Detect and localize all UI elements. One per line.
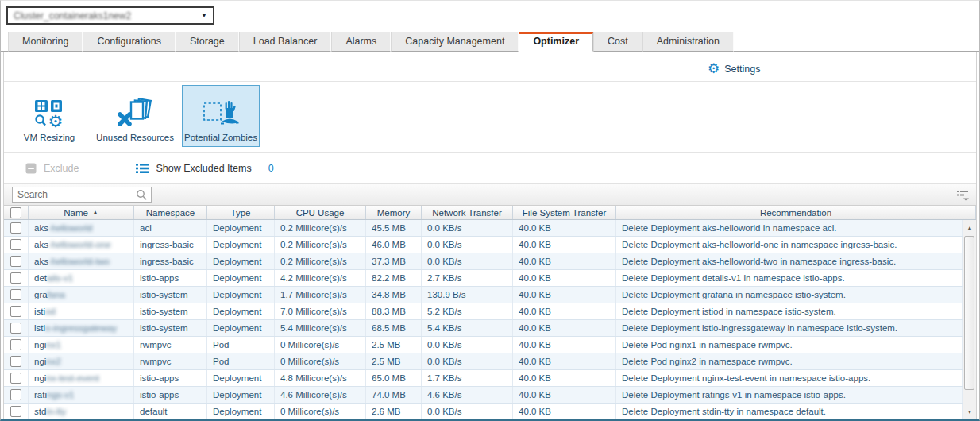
table-row[interactable]: nginx1rwmpvcPod0 Millicore(s)/s2.5 MB0.0… xyxy=(4,337,963,353)
exclude-button[interactable]: Exclude xyxy=(25,163,79,174)
cell-fs: 40.0 KB xyxy=(513,220,616,236)
cell-memory: 46.0 MB xyxy=(366,237,422,253)
table-row[interactable]: aks-helloworld-oneingress-basicDeploymen… xyxy=(4,237,963,253)
name-visible-text: ngi xyxy=(34,373,46,383)
cell-network: 0.0 KB/s xyxy=(422,237,513,253)
table-row[interactable]: nginx-test-eventistio-appsDeployment4.8 … xyxy=(4,370,963,387)
name-visible-text: ngi xyxy=(34,357,46,366)
row-checkbox[interactable] xyxy=(10,239,21,250)
tab-administration[interactable]: Administration xyxy=(642,32,734,52)
cell-cpu: 4.6 Millicore(s)/s xyxy=(275,387,366,403)
column-chooser-icon[interactable] xyxy=(956,190,970,202)
table-row[interactable]: aks-helloworld-twoingress-basicDeploymen… xyxy=(4,253,963,270)
view-button-unused-resources[interactable]: Unused Resources xyxy=(96,85,174,147)
cell-network: 0.0 KB/s xyxy=(422,353,513,369)
table-row[interactable]: nginx2rwmpvcPod0 Millicore(s)/s2.5 MB0.0… xyxy=(4,353,963,370)
column-header-file-system-transfer[interactable]: File System Transfer xyxy=(513,206,616,219)
cell-network: 0.0 KB/s xyxy=(422,253,513,269)
view-button-potential-zombies[interactable]: Potential Zombies xyxy=(182,85,260,147)
tab-load-balancer[interactable]: Load Balancer xyxy=(239,32,332,52)
cell-fs: 40.0 KB xyxy=(513,404,616,419)
cell-namespace: ingress-basic xyxy=(134,237,207,253)
show-excluded-items-button[interactable]: Show Excluded Items 0 xyxy=(136,163,273,174)
row-checkbox[interactable] xyxy=(10,289,21,300)
row-checkbox[interactable] xyxy=(10,323,21,334)
name-visible-text: aks xyxy=(34,240,48,249)
vertical-scrollbar[interactable]: ▲ ▼ xyxy=(963,220,976,419)
tab-capacity-management[interactable]: Capacity Management xyxy=(391,32,519,52)
column-header-type[interactable]: Type xyxy=(207,206,275,219)
tab-configurations[interactable]: Configurations xyxy=(83,32,176,52)
column-header-network-transfer[interactable]: Network Transfer xyxy=(422,206,513,219)
cell-memory: 2.6 MB xyxy=(366,404,422,419)
row-checkbox[interactable] xyxy=(10,373,21,384)
scroll-down-arrow[interactable]: ▼ xyxy=(963,405,976,418)
table-row[interactable]: istio-ingressgatewayistio-systemDeployme… xyxy=(4,320,963,337)
cell-fs: 40.0 KB xyxy=(513,303,616,319)
table-row[interactable]: istiodistio-systemDeployment7.0 Millicor… xyxy=(4,303,963,320)
row-checkbox[interactable] xyxy=(10,406,21,417)
cell-recommendation: Delete Deployment details-v1 in namespac… xyxy=(616,270,963,286)
cell-type: Deployment xyxy=(207,303,275,319)
row-checkbox[interactable] xyxy=(10,256,21,267)
column-header-namespace[interactable]: Namespace xyxy=(134,206,207,219)
cell-type: Deployment xyxy=(207,253,275,269)
name-redacted-text: -helloworld-two xyxy=(48,257,110,266)
row-checkbox[interactable] xyxy=(10,389,21,400)
view-button-vm-resizing[interactable]: ⚙VM Resizing xyxy=(10,85,88,147)
svg-text:⚙: ⚙ xyxy=(48,112,64,131)
name-redacted-text: o-ingressgateway xyxy=(45,323,117,333)
cell-recommendation: Delete Deployment aks-helloworld-one in … xyxy=(616,237,963,253)
scroll-up-arrow[interactable]: ▲ xyxy=(963,221,976,234)
column-header-memory[interactable]: Memory xyxy=(366,206,422,219)
cell-network: 4.6 KB/s xyxy=(422,387,513,403)
table-row[interactable]: grafanaistio-systemDeployment1.7 Millico… xyxy=(4,287,963,303)
cell-namespace: rwmpvc xyxy=(134,353,207,369)
divider xyxy=(4,81,976,82)
cell-namespace: istio-system xyxy=(134,320,207,336)
tab-optimizer[interactable]: Optimizer xyxy=(519,32,593,52)
column-header-cpu-usage[interactable]: CPU Usage xyxy=(275,206,366,219)
column-header-label: Recommendation xyxy=(760,208,831,218)
cell-namespace: istio-apps xyxy=(134,370,207,386)
search-input[interactable] xyxy=(13,187,151,202)
cluster-selector[interactable]: Cluster_containeraks1new2 ▼ xyxy=(6,6,214,25)
table-row[interactable]: ratings-v1istio-appsDeployment4.6 Millic… xyxy=(4,387,963,404)
row-checkbox[interactable] xyxy=(10,222,21,234)
row-checkbox[interactable] xyxy=(10,272,21,284)
cell-recommendation: Delete Pod nginx1 in namespace rwmpvc. xyxy=(616,337,963,353)
cell-cpu: 4.2 Millicore(s)/s xyxy=(275,270,366,286)
select-all-checkbox-cell xyxy=(4,206,29,219)
table-row[interactable]: stdin-ttydefaultDeployment0 Millicore(s)… xyxy=(4,404,963,419)
column-header-label: Memory xyxy=(377,208,411,218)
tab-alarms[interactable]: Alarms xyxy=(331,32,391,52)
name-visible-text: det xyxy=(34,273,47,283)
table-row[interactable]: aks-helloworldaciDeployment0.2 Millicore… xyxy=(4,220,963,237)
cell-memory: 2.5 MB xyxy=(366,353,422,369)
name-redacted-text: -helloworld-one xyxy=(48,240,111,249)
cell-recommendation: Delete Deployment istio-ingressgateway i… xyxy=(616,320,963,336)
select-all-checkbox[interactable] xyxy=(10,207,21,218)
tab-monitoring[interactable]: Monitoring xyxy=(8,32,83,52)
settings-button[interactable]: ⚙ Settings xyxy=(708,62,760,75)
row-checkbox[interactable] xyxy=(10,356,21,367)
cell-fs: 40.0 KB xyxy=(513,370,616,386)
view-button-label: VM Resizing xyxy=(24,133,75,142)
cell-memory: 88.3 MB xyxy=(366,303,422,319)
search-icon[interactable] xyxy=(136,189,148,201)
table-row[interactable]: details-v1istio-appsDeployment4.2 Millic… xyxy=(4,270,963,287)
cell-memory: 65.0 MB xyxy=(366,370,422,386)
cell-fs: 40.0 KB xyxy=(513,387,616,403)
cell-cpu: 1.7 Millicore(s)/s xyxy=(275,287,366,303)
column-header-recommendation[interactable]: Recommendation xyxy=(616,206,976,219)
column-header-name[interactable]: Name▲ xyxy=(29,206,134,219)
excluded-count: 0 xyxy=(268,163,274,174)
row-checkbox[interactable] xyxy=(10,339,21,350)
tab-storage[interactable]: Storage xyxy=(176,32,239,52)
cell-recommendation: Delete Deployment aks-helloworld in name… xyxy=(616,220,963,236)
scrollbar-thumb[interactable] xyxy=(964,236,974,390)
cell-namespace: rwmpvc xyxy=(134,337,207,353)
row-checkbox[interactable] xyxy=(10,306,21,317)
tab-cost[interactable]: Cost xyxy=(593,32,642,52)
column-header-label: CPU Usage xyxy=(296,208,345,218)
